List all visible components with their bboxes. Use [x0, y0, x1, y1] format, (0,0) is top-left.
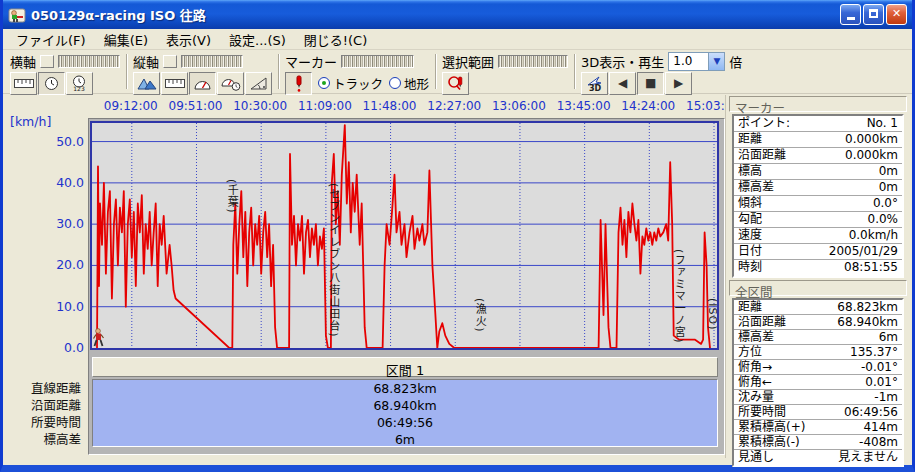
ruler-icon — [165, 77, 185, 89]
marker-target-terrain[interactable]: 地形 — [389, 74, 429, 93]
total-row: 沈み量-1m — [734, 390, 902, 405]
chart-container: (千葉)(セブンイレブン八街山田台)(漁火)(ファミマ一ノ宮)(ISO) 区間 … — [88, 118, 725, 455]
right-panel: マーカー ポイント:No. 1距離0.000km沿面距離0.000km標高0m標… — [725, 95, 909, 458]
haxis-distance-button[interactable] — [10, 72, 37, 95]
main-content: 09:12:0009:51:0010:30:0011:09:0011:48:00… — [6, 95, 909, 458]
playback-speed-combo[interactable]: 1.0 ▼ — [668, 52, 725, 71]
hiker-marker-icon[interactable] — [92, 328, 105, 348]
section-table-values: 68.823km68.940km06:49:566m — [92, 379, 718, 447]
marker-pen-button[interactable] — [285, 72, 312, 95]
menu-item-4[interactable]: 閉じる!(C) — [295, 28, 376, 51]
clock-123-icon: 123 — [71, 75, 89, 92]
menu-item-3[interactable]: 設定...(S) — [220, 28, 295, 51]
time-tick-label: 11:48:00 — [363, 99, 417, 113]
vaxis-pace-button[interactable] — [217, 72, 244, 95]
close-button[interactable]: ✕ — [886, 4, 907, 25]
play-forward-button[interactable]: ▶ — [665, 72, 692, 95]
haxis-time-button[interactable] — [38, 72, 65, 95]
menu-item-1[interactable]: 編集(E) — [95, 28, 157, 51]
total-label: 沿面距離 — [738, 315, 786, 329]
marker-value: 0.000km — [845, 132, 898, 147]
stop-button[interactable]: ■ — [637, 72, 664, 95]
time-axis: 09:12:0009:51:0010:30:0011:09:0011:48:00… — [6, 99, 719, 114]
total-label: 標高差 — [738, 330, 774, 344]
vaxis-distance-button[interactable] — [161, 72, 188, 95]
total-row: 俯角→-0.01° — [734, 360, 902, 375]
total-value: 06:49:56 — [844, 405, 898, 419]
haxis-option-button[interactable] — [40, 55, 54, 68]
section-label: 標高差 — [6, 429, 85, 446]
chart-annotation: (漁火) — [474, 298, 485, 333]
selection-label: 選択範囲 — [442, 52, 494, 71]
maximize-button[interactable] — [863, 4, 884, 25]
total-row: 所要時間06:49:56 — [734, 405, 902, 420]
total-label: 累積標高(+) — [738, 420, 805, 434]
section-table-header: 区間 1 — [92, 357, 718, 377]
vaxis-speed-button[interactable] — [189, 72, 216, 95]
vaxis-label: 縦軸 — [133, 52, 159, 71]
selection-range-slider[interactable] — [498, 55, 568, 68]
marker-label: 標高差 — [738, 180, 774, 195]
marker-value: 0m — [879, 180, 898, 195]
app-icon — [8, 6, 26, 24]
toolbar-group-playback: 3D表示・再生 1.0 ▼ 倍 3D ◀ ■ ▶ — [577, 51, 747, 92]
chart-annotation: (ISO) — [707, 298, 717, 330]
toolbar-group-vertical-axis: 縦軸 — [129, 51, 277, 92]
vaxis-scale-slider[interactable] — [181, 55, 243, 68]
speed-chart-plot[interactable]: (千葉)(セブンイレブン八街山田台)(漁火)(ファミマ一ノ宮)(ISO) — [92, 123, 717, 348]
total-row: 標高差6m — [734, 330, 902, 345]
vaxis-elevation-button[interactable] — [133, 72, 160, 95]
marker-label: マーカー — [285, 52, 337, 71]
marker-row: 沿面距離0.000km — [734, 148, 902, 164]
svg-text:123: 123 — [73, 85, 85, 92]
total-value: -1m — [874, 390, 898, 404]
section-value: 68.823km — [93, 380, 717, 397]
total-row: 方位135.37° — [734, 345, 902, 360]
y-tick-label: 20.0 — [40, 257, 84, 272]
time-tick-label: 12:27:00 — [427, 99, 481, 113]
section-table-labels: 直線距離沿面距離所要時間標高差 — [6, 378, 85, 446]
radio-terrain-icon — [389, 77, 401, 89]
chevron-down-icon[interactable]: ▼ — [708, 53, 724, 70]
chart-annotation: (千葉) — [226, 179, 237, 214]
total-panel-title: 全区間 — [729, 280, 907, 296]
total-row: 累積標高(+)414m — [734, 420, 902, 435]
playback-speed-value: 1.0 — [669, 53, 708, 70]
maximize-icon — [869, 9, 878, 18]
total-value: 見えません — [838, 450, 898, 465]
minimize-button[interactable] — [840, 4, 861, 25]
y-tick-label: 30.0 — [40, 216, 84, 231]
total-row: 見通し見えません — [734, 450, 902, 465]
menu-item-0[interactable]: ファイル(F) — [7, 28, 95, 51]
menu-item-2[interactable]: 表示(V) — [157, 28, 220, 51]
chart-annotation: (セブンイレブン八街山田台) — [328, 183, 339, 338]
toolbar: 横軸 123 縦軸 — [3, 50, 912, 94]
vaxis-gradient-button[interactable] — [245, 72, 272, 95]
play-reverse-button[interactable]: ◀ — [609, 72, 636, 95]
speed-trace — [92, 123, 717, 348]
toolbar-separator — [435, 54, 437, 89]
y-tick-label: 50.0 — [40, 134, 84, 149]
marker-label: 時刻 — [738, 260, 762, 276]
total-label: 見通し — [738, 450, 774, 465]
selection-zoom-button[interactable] — [442, 72, 469, 95]
app-window: 050129α-racing ISO 往路 ✕ ファイル(F)編集(E)表示(V… — [0, 0, 915, 472]
section-label: 沿面距離 — [6, 395, 85, 412]
total-row: 累積標高(-)-408m — [734, 435, 902, 450]
marker-panel-title: マーカー — [729, 96, 907, 112]
marker-label: 傾斜 — [738, 196, 762, 211]
marker-label: 標高 — [738, 164, 762, 179]
haxis-scale-slider[interactable] — [58, 55, 120, 68]
marker-row: ポイント:No. 1 — [734, 116, 902, 132]
marker-target-track[interactable]: トラック — [318, 74, 383, 93]
total-value: -0.01° — [861, 360, 898, 374]
marker-position-slider[interactable] — [341, 55, 414, 68]
radio-track-label: トラック — [333, 74, 383, 93]
haxis-time-number-button[interactable]: 123 — [66, 72, 93, 95]
playback-3d-button[interactable]: 3D — [581, 72, 608, 95]
toolbar-group-selection: 選択範囲 — [438, 51, 573, 92]
vaxis-option-button[interactable] — [163, 55, 177, 68]
y-axis-unit-label: [km/h] — [10, 114, 51, 129]
time-tick-label: 14:24:00 — [621, 99, 675, 113]
time-tick-label: 13:06:00 — [492, 99, 546, 113]
